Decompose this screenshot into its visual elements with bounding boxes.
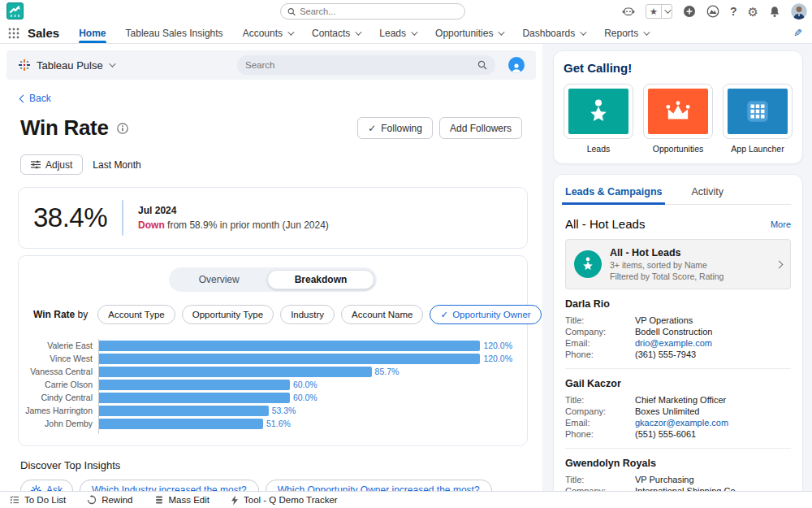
chevron-down-icon — [356, 28, 362, 35]
help-icon[interactable]: ? — [730, 6, 737, 17]
trailhead-icon[interactable] — [706, 5, 719, 18]
pulse-search[interactable] — [237, 55, 495, 75]
hot-leads-heading: All - Hot Leads — [565, 217, 645, 231]
metric-breakdown-card: OverviewBreakdown Win Rate by Account Ty… — [18, 255, 528, 446]
metric-delta: Down from 58.9% in prior month (Jun 2024… — [138, 219, 329, 231]
panel-tab-leads-campaigns[interactable]: Leads & Campaigns — [565, 186, 662, 204]
global-header: ★ ? ⚙ — [0, 0, 812, 23]
assistant-icon[interactable] — [622, 6, 635, 17]
global-search-input[interactable] — [300, 7, 458, 16]
tableau-pulse-app-menu[interactable]: Tableau Pulse — [18, 59, 114, 72]
back-link[interactable]: Back — [0, 80, 542, 104]
add-followers-button[interactable]: Add Followers — [439, 117, 522, 139]
bar-chart: Valerie East120.0%Vince West120.0%Vaness… — [19, 339, 527, 434]
chart-row: John Demby51.6% — [19, 417, 512, 430]
breakdown-chip-account-type[interactable]: Account Type — [97, 305, 175, 324]
breakdown-chip-opportunity-type[interactable]: Opportunity Type — [182, 305, 274, 324]
shortcut-tile-app-launcher[interactable]: App Launcher — [723, 84, 793, 154]
adjust-button[interactable]: Adjust — [20, 154, 83, 175]
lead-email-link[interactable]: drio@example.com — [635, 337, 712, 349]
header-actions: ★ ? ⚙ — [622, 0, 807, 23]
lead-object-icon — [574, 250, 602, 278]
chart-row: Carrie Olson60.0% — [19, 378, 512, 391]
field-value: Chief Marketing Officer — [635, 394, 726, 406]
hot-leads-list-card[interactable]: All - Hot Leads 3+ items, sorted by Name… — [565, 239, 791, 289]
global-actions-plus-icon[interactable] — [683, 5, 696, 18]
panel-tabs: Leads & CampaignsActivity — [565, 186, 791, 205]
utility-item-rewind[interactable]: Rewind — [87, 495, 132, 505]
global-search[interactable] — [280, 3, 465, 20]
shortcut-tile-opportunities[interactable]: Opportunities — [643, 84, 713, 154]
nav-tab-reports[interactable]: Reports — [604, 23, 648, 43]
hot-leads-more-link[interactable]: More — [771, 219, 791, 229]
shortcut-tile-leads[interactable]: Leads — [564, 84, 633, 154]
utility-item-mass-edit[interactable]: Mass Edit — [154, 495, 210, 505]
field-value: (551) 555-6061 — [635, 428, 696, 440]
breakdown-chip-account-name[interactable]: Account Name — [341, 305, 423, 324]
app-nav-bar: Sales HomeTableau Sales InsightsAccounts… — [0, 23, 812, 44]
chevron-left-icon — [19, 94, 28, 102]
bar[interactable] — [99, 406, 269, 416]
utility-item-tool-q-demo-tracker[interactable]: Tool - Q Demo Tracker — [231, 495, 338, 506]
panel-tab-activity[interactable]: Activity — [691, 186, 723, 204]
bar[interactable] — [99, 380, 290, 390]
bar-track: 60.0% — [98, 378, 512, 391]
pulse-user-avatar[interactable] — [508, 57, 525, 73]
bar-value-label: 60.0% — [293, 393, 317, 402]
breakdown-chip-industry[interactable]: Industry — [280, 305, 335, 324]
lead-entries: Darla RioTitle:VP OperationsCompany:Bode… — [565, 289, 791, 502]
lead-email-link[interactable]: gkaczor@example.com — [635, 417, 728, 428]
field-value: Boxes Unlimited — [635, 406, 699, 417]
bar[interactable] — [99, 341, 480, 351]
user-avatar[interactable] — [791, 3, 807, 20]
list-card-title: All - Hot Leads — [610, 247, 723, 258]
nav-tab-tableau-sales-insights[interactable]: Tableau Sales Insights — [126, 23, 223, 43]
pulse-main-region: Tableau Pulse Back Win Rate ✓ — [0, 44, 542, 508]
app-launcher-waffle-icon[interactable] — [8, 28, 19, 39]
bar-category-label: John Demby — [19, 419, 98, 428]
bar-chart-rows: Valerie East120.0%Vince West120.0%Vaness… — [19, 339, 512, 430]
chart-row: Vanessa Central85.7% — [19, 365, 512, 378]
bar-value-label: 120.0% — [483, 354, 512, 363]
bar[interactable] — [99, 354, 480, 364]
field-label: Title: — [565, 474, 635, 485]
utility-item-to-do-list[interactable]: To Do List — [10, 495, 66, 505]
utility-bar: To Do ListRewindMass EditTool - Q Demo T… — [0, 491, 812, 508]
app-grid-icon — [728, 89, 788, 134]
bar-category-label: James Harrington — [19, 406, 98, 415]
view-tab-overview[interactable]: Overview — [171, 270, 267, 289]
lead-person-star-icon — [568, 89, 628, 134]
mass-edit-icon — [154, 495, 164, 505]
nav-tab-dashboards[interactable]: Dashboards — [522, 23, 585, 43]
chevron-down-icon — [109, 60, 115, 67]
page-title: Win Rate — [20, 115, 109, 141]
bar[interactable] — [99, 419, 263, 429]
chevron-down-icon — [643, 28, 650, 35]
utility-item-label: Mass Edit — [169, 495, 210, 505]
breakdown-chip-opportunity-owner[interactable]: ✓Opportunity Owner — [430, 305, 541, 324]
edit-page-pencil-icon[interactable]: ✎ — [793, 27, 802, 39]
view-tab-breakdown[interactable]: Breakdown — [267, 270, 375, 289]
nav-tab-accounts[interactable]: Accounts — [243, 23, 292, 43]
favorites-star-icon[interactable]: ★ — [646, 7, 661, 17]
favorites-control[interactable]: ★ — [646, 4, 672, 19]
notification-bell-icon[interactable] — [769, 6, 780, 18]
delta-direction: Down — [138, 219, 165, 231]
bar[interactable] — [99, 367, 372, 377]
info-icon[interactable] — [117, 123, 128, 134]
rewind-icon — [87, 495, 97, 505]
nav-tab-contacts[interactable]: Contacts — [312, 23, 360, 43]
favorites-dropdown-icon[interactable] — [661, 5, 672, 18]
setup-gear-icon[interactable]: ⚙ — [748, 6, 758, 18]
nav-tab-opportunities[interactable]: Opportunities — [435, 23, 503, 43]
time-filter-label: Last Month — [93, 159, 140, 171]
metric-summary-card: 38.4% Jul 2024 Down from 58.9% in prior … — [18, 187, 528, 249]
chevron-down-icon — [287, 28, 294, 35]
following-button[interactable]: ✓ Following — [357, 117, 433, 139]
pulse-search-input[interactable] — [245, 60, 477, 70]
chart-row: Vince West120.0% — [19, 352, 512, 365]
nav-tab-leads[interactable]: Leads — [379, 23, 416, 43]
field-label: Phone: — [565, 349, 635, 360]
bar[interactable] — [99, 393, 290, 403]
nav-tab-home[interactable]: Home — [79, 23, 106, 43]
